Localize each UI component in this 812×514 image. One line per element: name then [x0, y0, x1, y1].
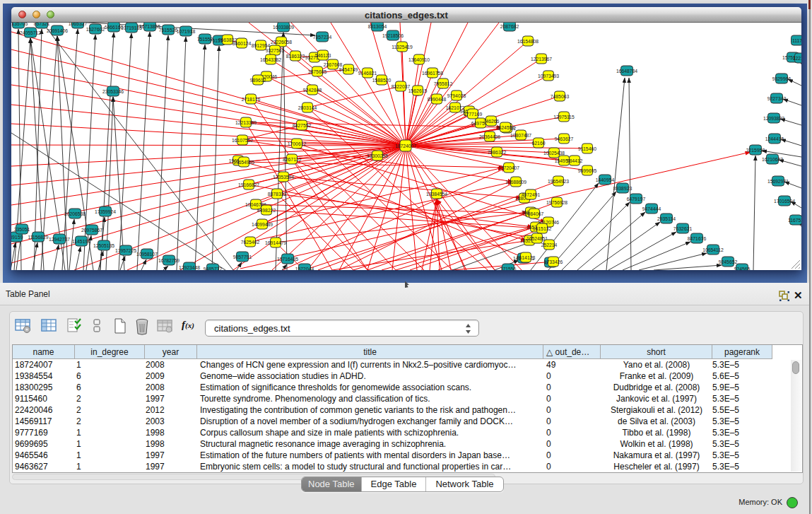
svg-text:9245652: 9245652	[719, 259, 738, 264]
svg-text:11156829: 11156829	[28, 235, 48, 240]
svg-text:16914479: 16914479	[265, 240, 286, 245]
svg-text:16713855: 16713855	[139, 24, 160, 29]
svg-text:1588520: 1588520	[372, 78, 392, 83]
svg-text:12353594: 12353594	[273, 175, 294, 180]
svg-text:8878332: 8878332	[268, 192, 287, 197]
svg-text:8498222: 8498222	[257, 208, 276, 213]
svg-text:9485772: 9485772	[204, 267, 223, 271]
svg-text:7625402: 7625402	[241, 240, 260, 245]
svg-text:20691406: 20691406	[47, 28, 68, 33]
svg-text:8322037: 8322037	[392, 84, 411, 89]
svg-text:1440954: 1440954	[596, 177, 615, 182]
svg-text:8267110: 8267110	[283, 157, 301, 162]
svg-text:2803144: 2803144	[298, 105, 317, 110]
svg-text:7955812: 7955812	[434, 81, 453, 86]
svg-text:1145194: 1145194	[72, 239, 90, 244]
svg-text:15716485: 15716485	[277, 257, 298, 262]
svg-text:18300295: 18300295	[367, 153, 388, 158]
svg-text:1527602: 1527602	[86, 27, 105, 32]
svg-text:8614123: 8614123	[517, 255, 536, 260]
svg-text:9699695: 9699695	[578, 168, 597, 173]
svg-text:17957225: 17957225	[115, 248, 136, 253]
svg-text:3215958: 3215958	[746, 148, 765, 153]
svg-text:10025438: 10025438	[543, 151, 565, 156]
svg-text:122185: 122185	[793, 56, 801, 61]
svg-text:15720407: 15720407	[498, 165, 519, 170]
svg-text:857321: 857321	[34, 23, 50, 26]
svg-text:7986322: 7986322	[488, 150, 507, 155]
svg-text:19756928: 19756928	[546, 200, 567, 205]
svg-text:8186323: 8186323	[286, 54, 305, 59]
svg-text:24055712: 24055712	[20, 30, 41, 35]
svg-text:12942737: 12942737	[49, 237, 70, 242]
svg-text:335051: 335051	[14, 227, 30, 232]
svg-text:1244415: 1244415	[765, 136, 784, 141]
svg-text:12505135: 12505135	[93, 243, 114, 248]
svg-text:2367608: 2367608	[324, 62, 343, 67]
svg-text:16033809: 16033809	[273, 25, 294, 30]
svg-text:1733426: 1733426	[544, 259, 563, 264]
svg-text:11325419: 11325419	[392, 45, 413, 49]
svg-text:6479197: 6479197	[627, 197, 646, 201]
svg-text:989612: 989612	[250, 78, 266, 83]
svg-text:19654923: 19654923	[548, 179, 569, 184]
svg-text:62160: 62160	[532, 141, 546, 146]
svg-text:18724007: 18724007	[395, 144, 416, 148]
svg-text:3875685: 3875685	[308, 69, 327, 74]
svg-text:2935114: 2935114	[657, 216, 676, 221]
svg-text:19384554: 19384554	[426, 192, 447, 197]
svg-text:19166827: 19166827	[238, 182, 259, 187]
svg-text:9115460: 9115460	[578, 146, 596, 151]
svg-text:252214: 252214	[541, 243, 558, 247]
svg-text:3624554: 3624554	[496, 125, 515, 130]
svg-text:8813054: 8813054	[368, 24, 387, 29]
svg-text:4072491: 4072491	[522, 192, 541, 197]
svg-text:9242848: 9242848	[303, 88, 322, 93]
svg-text:13640910: 13640910	[408, 57, 430, 62]
svg-text:9084067: 9084067	[525, 211, 544, 216]
svg-text:23053346: 23053346	[102, 89, 124, 94]
svg-text:171556: 171556	[500, 267, 517, 271]
svg-text:23226058: 23226058	[271, 40, 292, 45]
svg-text:10688609: 10688609	[505, 180, 526, 185]
svg-text:10807487: 10807487	[510, 133, 531, 138]
svg-text:9777169: 9777169	[464, 112, 483, 117]
svg-text:12975115: 12975115	[553, 115, 575, 119]
svg-text:8427552: 8427552	[293, 123, 312, 128]
svg-text:1071918: 1071918	[177, 29, 196, 34]
svg-text:19654985: 19654985	[233, 160, 254, 165]
svg-text:8471676: 8471676	[688, 236, 707, 241]
svg-text:16961758: 16961758	[422, 71, 443, 76]
svg-text:7632621: 7632621	[673, 226, 693, 231]
svg-text:1700612: 1700612	[288, 141, 307, 146]
svg-text:8454749: 8454749	[339, 67, 358, 72]
svg-text:39159: 39159	[11, 235, 23, 240]
svg-text:17359924: 17359924	[95, 209, 116, 214]
svg-text:8912954: 8912954	[252, 43, 271, 48]
svg-text:8938923: 8938923	[613, 186, 632, 191]
svg-text:20206538: 20206538	[64, 211, 86, 216]
svg-text:1065327: 1065327	[69, 23, 88, 26]
svg-text:984412: 984412	[567, 158, 583, 163]
svg-text:9857791: 9857791	[233, 255, 252, 259]
svg-text:9463627: 9463627	[555, 136, 574, 141]
svg-text:9227342: 9227342	[767, 96, 787, 101]
svg-text:16782759: 16782759	[158, 258, 180, 263]
svg-text:12093822: 12093822	[763, 116, 784, 121]
svg-text:1117: 1117	[792, 38, 801, 43]
svg-text:10958107: 10958107	[136, 252, 158, 257]
svg-text:17016504: 17016504	[774, 199, 795, 204]
svg-text:15692971: 15692971	[767, 179, 789, 184]
svg-text:9474444: 9474444	[642, 206, 661, 211]
svg-text:1562615: 1562615	[408, 88, 428, 93]
svg-text:1615132: 1615132	[533, 226, 552, 231]
svg-text:20975867: 20975867	[81, 228, 102, 233]
svg-text:19218506: 19218506	[382, 33, 404, 38]
svg-text:8990448: 8990448	[428, 97, 447, 102]
svg-text:116753: 116753	[788, 218, 801, 223]
svg-text:16648784: 16648784	[616, 69, 637, 74]
svg-text:7485063: 7485063	[551, 94, 570, 99]
svg-text:1572044: 1572044	[295, 267, 314, 271]
svg-text:10973493: 10973493	[538, 74, 559, 78]
svg-text:16154808: 16154808	[517, 39, 539, 44]
